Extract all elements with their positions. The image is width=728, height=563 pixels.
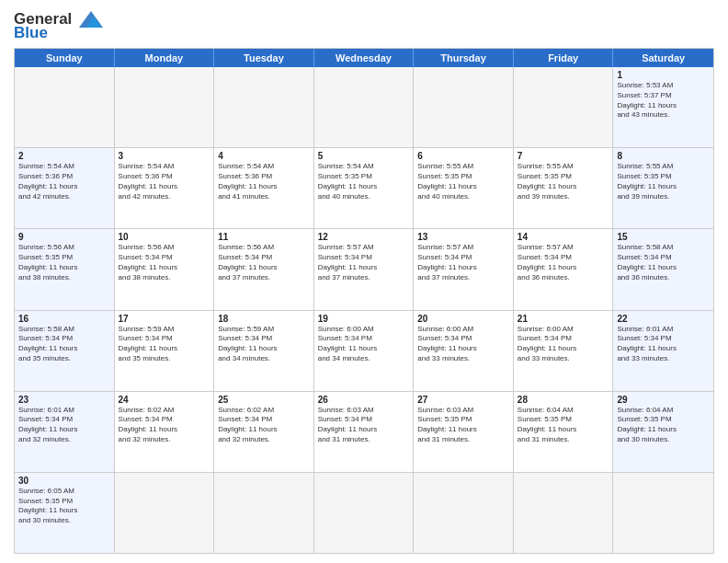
calendar-cell-day-6: 6Sunrise: 5:55 AM Sunset: 5:35 PM Daylig… [414,148,514,228]
calendar-cell-day-29: 29Sunrise: 6:04 AM Sunset: 5:35 PM Dayli… [613,392,713,472]
calendar-cell-day-3: 3Sunrise: 5:54 AM Sunset: 5:36 PM Daylig… [115,148,215,228]
logo-area: General Blue [14,9,108,42]
day-number: 6 [417,151,509,161]
day-number: 10 [119,232,210,242]
calendar-cell-day-18: 18Sunrise: 5:59 AM Sunset: 5:34 PM Dayli… [214,311,314,391]
calendar-cell-day-28: 28Sunrise: 6:04 AM Sunset: 5:35 PM Dayli… [514,392,614,472]
day-number: 8 [617,151,710,161]
weekday-header-thursday: Thursday [414,49,514,67]
calendar-cell-day-7: 7Sunrise: 5:55 AM Sunset: 5:35 PM Daylig… [514,148,614,228]
cell-info-text: Sunrise: 5:57 AM Sunset: 5:34 PM Dayligh… [318,243,410,282]
day-number: 15 [617,232,710,242]
cell-info-text: Sunrise: 5:57 AM Sunset: 5:34 PM Dayligh… [417,243,509,282]
day-number: 28 [518,395,609,405]
cell-info-text: Sunrise: 5:55 AM Sunset: 5:35 PM Dayligh… [518,162,609,201]
header: General Blue [14,9,714,42]
calendar-cell-day-25: 25Sunrise: 6:02 AM Sunset: 5:34 PM Dayli… [214,392,314,472]
day-number: 16 [18,314,110,324]
calendar-cell-empty-5-5 [514,473,614,553]
calendar-cell-day-4: 4Sunrise: 5:54 AM Sunset: 5:36 PM Daylig… [214,148,314,228]
calendar-cell-day-11: 11Sunrise: 5:56 AM Sunset: 5:34 PM Dayli… [214,229,314,309]
calendar-cell-day-8: 8Sunrise: 5:55 AM Sunset: 5:35 PM Daylig… [613,148,713,228]
logo-icon [74,9,108,29]
calendar-cell-day-14: 14Sunrise: 5:57 AM Sunset: 5:34 PM Dayli… [514,229,614,309]
cell-info-text: Sunrise: 5:56 AM Sunset: 5:34 PM Dayligh… [218,243,310,282]
calendar-row-4: 23Sunrise: 6:01 AM Sunset: 5:34 PM Dayli… [15,392,713,473]
day-number: 18 [218,314,310,324]
day-number: 30 [18,476,110,486]
calendar-cell-day-22: 22Sunrise: 6:01 AM Sunset: 5:34 PM Dayli… [613,311,713,391]
calendar-cell-empty-5-3 [314,473,415,553]
calendar-header: SundayMondayTuesdayWednesdayThursdayFrid… [15,49,713,67]
calendar-cell-empty-0-0 [15,67,115,147]
calendar-cell-empty-0-5 [514,67,614,147]
cell-info-text: Sunrise: 5:56 AM Sunset: 5:34 PM Dayligh… [119,243,210,282]
calendar-cell-empty-5-4 [414,473,514,553]
page: General Blue SundayMondayTuesdayWednesda… [0,0,728,563]
cell-info-text: Sunrise: 6:01 AM Sunset: 5:34 PM Dayligh… [617,325,710,364]
cell-info-text: Sunrise: 6:01 AM Sunset: 5:34 PM Dayligh… [18,406,110,445]
cell-info-text: Sunrise: 5:54 AM Sunset: 5:35 PM Dayligh… [318,162,410,201]
calendar-row-3: 16Sunrise: 5:58 AM Sunset: 5:34 PM Dayli… [15,311,713,392]
day-number: 26 [318,395,410,405]
cell-info-text: Sunrise: 5:57 AM Sunset: 5:34 PM Dayligh… [518,243,609,282]
cell-info-text: Sunrise: 6:05 AM Sunset: 5:35 PM Dayligh… [18,487,110,526]
cell-info-text: Sunrise: 6:00 AM Sunset: 5:34 PM Dayligh… [318,325,410,364]
calendar-cell-empty-0-3 [314,67,415,147]
cell-info-text: Sunrise: 5:58 AM Sunset: 5:34 PM Dayligh… [18,325,110,364]
cell-info-text: Sunrise: 5:59 AM Sunset: 5:34 PM Dayligh… [119,325,210,364]
calendar-row-2: 9Sunrise: 5:56 AM Sunset: 5:35 PM Daylig… [15,229,713,310]
cell-info-text: Sunrise: 5:56 AM Sunset: 5:35 PM Dayligh… [18,243,110,282]
day-number: 12 [318,232,410,242]
cell-info-text: Sunrise: 5:54 AM Sunset: 5:36 PM Dayligh… [18,162,110,201]
cell-info-text: Sunrise: 5:59 AM Sunset: 5:34 PM Dayligh… [218,325,310,364]
calendar-cell-day-10: 10Sunrise: 5:56 AM Sunset: 5:34 PM Dayli… [115,229,215,309]
day-number: 19 [318,314,410,324]
calendar-row-1: 2Sunrise: 5:54 AM Sunset: 5:36 PM Daylig… [15,148,713,229]
cell-info-text: Sunrise: 6:04 AM Sunset: 5:35 PM Dayligh… [518,406,609,445]
day-number: 3 [119,151,210,161]
calendar-row-0: 1Sunrise: 5:53 AM Sunset: 5:37 PM Daylig… [15,67,713,148]
calendar: SundayMondayTuesdayWednesdayThursdayFrid… [14,48,714,554]
day-number: 11 [218,232,310,242]
day-number: 13 [417,232,509,242]
cell-info-text: Sunrise: 5:58 AM Sunset: 5:34 PM Dayligh… [617,243,710,282]
calendar-cell-empty-0-2 [214,67,314,147]
cell-info-text: Sunrise: 6:03 AM Sunset: 5:34 PM Dayligh… [318,406,410,445]
calendar-cell-empty-0-1 [115,67,215,147]
cell-info-text: Sunrise: 5:55 AM Sunset: 5:35 PM Dayligh… [617,162,710,201]
day-number: 24 [119,395,210,405]
calendar-cell-day-12: 12Sunrise: 5:57 AM Sunset: 5:34 PM Dayli… [314,229,415,309]
weekday-header-monday: Monday [115,49,215,67]
weekday-header-tuesday: Tuesday [214,49,314,67]
weekday-header-sunday: Sunday [15,49,115,67]
day-number: 23 [18,395,110,405]
calendar-cell-day-16: 16Sunrise: 5:58 AM Sunset: 5:34 PM Dayli… [15,311,115,391]
calendar-cell-day-2: 2Sunrise: 5:54 AM Sunset: 5:36 PM Daylig… [15,148,115,228]
day-number: 4 [218,151,310,161]
day-number: 29 [617,395,710,405]
cell-info-text: Sunrise: 6:00 AM Sunset: 5:34 PM Dayligh… [417,325,509,364]
calendar-body: 1Sunrise: 5:53 AM Sunset: 5:37 PM Daylig… [15,67,713,553]
calendar-cell-day-13: 13Sunrise: 5:57 AM Sunset: 5:34 PM Dayli… [414,229,514,309]
calendar-cell-day-30: 30Sunrise: 6:05 AM Sunset: 5:35 PM Dayli… [15,473,115,553]
cell-info-text: Sunrise: 5:54 AM Sunset: 5:36 PM Dayligh… [218,162,310,201]
day-number: 17 [119,314,210,324]
cell-info-text: Sunrise: 5:54 AM Sunset: 5:36 PM Dayligh… [119,162,210,201]
calendar-cell-day-15: 15Sunrise: 5:58 AM Sunset: 5:34 PM Dayli… [613,229,713,309]
weekday-header-friday: Friday [514,49,614,67]
calendar-cell-day-17: 17Sunrise: 5:59 AM Sunset: 5:34 PM Dayli… [115,311,215,391]
calendar-cell-day-5: 5Sunrise: 5:54 AM Sunset: 5:35 PM Daylig… [314,148,415,228]
day-number: 2 [18,151,110,161]
cell-info-text: Sunrise: 6:03 AM Sunset: 5:35 PM Dayligh… [417,406,509,445]
day-number: 14 [518,232,609,242]
weekday-header-wednesday: Wednesday [314,49,415,67]
cell-info-text: Sunrise: 6:04 AM Sunset: 5:35 PM Dayligh… [617,406,710,445]
calendar-cell-day-20: 20Sunrise: 6:00 AM Sunset: 5:34 PM Dayli… [414,311,514,391]
day-number: 5 [318,151,410,161]
day-number: 9 [18,232,110,242]
calendar-row-5: 30Sunrise: 6:05 AM Sunset: 5:35 PM Dayli… [15,473,713,553]
calendar-cell-day-19: 19Sunrise: 6:00 AM Sunset: 5:34 PM Dayli… [314,311,415,391]
weekday-header-saturday: Saturday [613,49,713,67]
day-number: 20 [417,314,509,324]
